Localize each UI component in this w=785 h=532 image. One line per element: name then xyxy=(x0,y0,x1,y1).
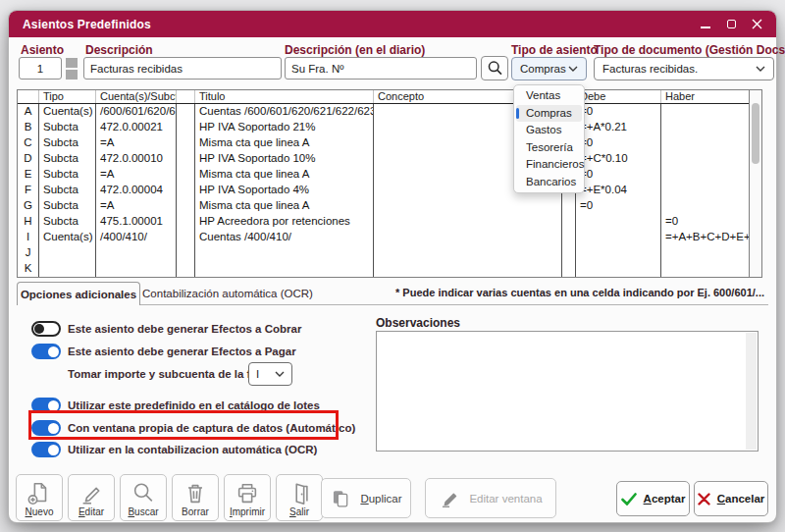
grid-row-b[interactable]: BSubcta472.0.00021HP IVA Soportado 21%=+… xyxy=(18,120,761,135)
tab-contabilizacion-ocr[interactable]: Contabilización automática (OCR) xyxy=(140,283,315,304)
editar-ventana-button[interactable]: Editar ventana xyxy=(425,478,556,518)
toggle-catalogo-lotes-label: Utilizar este predefinido en el catálogo… xyxy=(68,399,320,411)
cancelar-button[interactable]: Cancelar xyxy=(694,481,768,516)
asiento-spin-up[interactable] xyxy=(66,58,78,68)
tipo-documento-value: Facturas recibidas. xyxy=(602,63,698,75)
asiento-label: Asiento xyxy=(21,43,64,57)
printer-icon xyxy=(235,481,260,506)
grid-row-i[interactable]: ICuenta(s)/400/410/Cuentas /400/410/=+A+… xyxy=(18,230,761,245)
observaciones-box xyxy=(376,331,759,452)
toggle-ventana-captura[interactable] xyxy=(31,420,61,436)
exit-door-icon xyxy=(287,481,312,506)
toggle-contabilizacion-ocr[interactable] xyxy=(31,442,61,457)
borrar-button[interactable]: Borrar xyxy=(172,474,219,521)
entries-grid: Tipo Cuenta(s)/Subctas Titulo Concepto D… xyxy=(17,89,762,278)
toggle-efectos-pagar-label: Este asiento debe generar Efectos a Paga… xyxy=(68,346,296,357)
buscar-button[interactable]: Buscar xyxy=(120,474,167,521)
observaciones-label: Observaciones xyxy=(376,316,460,330)
salir-button[interactable]: Salir xyxy=(276,474,323,521)
tipo-asiento-dropdown: Ventas Compras Gastos Tesorería Financie… xyxy=(513,84,585,193)
fila-select[interactable]: I xyxy=(248,362,292,386)
grid-row-f[interactable]: FSubcta472.0.00004HP IVA Soportado 4%=+E… xyxy=(18,183,761,198)
tab-opciones-adicionales[interactable]: Opciones adicionales xyxy=(17,282,140,305)
grid-row-a[interactable]: ACuenta(s)/600/601/620/621Cuentas /600/6… xyxy=(18,104,761,120)
descripcion-label: Descripción xyxy=(85,43,153,57)
grid-scrollbar[interactable] xyxy=(749,90,761,277)
observaciones-scrollbar[interactable] xyxy=(746,333,757,450)
grid-header-cuenta: Cuenta(s)/Subctas xyxy=(96,90,177,103)
grid-row-c[interactable]: CSubcta=AMisma cta que linea A=0 xyxy=(18,135,761,151)
toggle-catalogo-lotes[interactable] xyxy=(31,398,61,413)
grid-header-haber: Haber xyxy=(661,90,750,103)
fila-value: I xyxy=(256,368,259,380)
asientos-predefinidos-dialog: Asientos Predefinidos Asiento 1 Descripc… xyxy=(8,10,777,523)
dropdown-item-gastos[interactable]: Gastos xyxy=(516,122,582,139)
descripcion-diario-input[interactable]: Su Fra. Nº xyxy=(285,57,477,80)
imprimir-button[interactable]: Imprimir xyxy=(224,474,271,521)
asiento-input[interactable]: 1 xyxy=(19,57,62,80)
grid-header-letter xyxy=(18,90,39,103)
pencil-icon xyxy=(78,481,104,506)
editar-button[interactable]: Editar xyxy=(68,474,115,521)
toggle-efectos-pagar[interactable] xyxy=(31,344,61,359)
dropdown-item-tesoreria[interactable]: Tesorería xyxy=(516,139,582,157)
grid-scrollbar-thumb[interactable] xyxy=(752,103,759,164)
dropdown-item-compras[interactable]: Compras xyxy=(516,105,582,123)
tipo-documento-select[interactable]: Facturas recibidas. xyxy=(594,57,774,80)
dropdown-item-bancarios[interactable]: Bancarios xyxy=(516,174,582,191)
trash-icon xyxy=(183,481,208,506)
toggle-efectos-cobrar[interactable] xyxy=(31,321,61,337)
tipo-asiento-select[interactable]: Compras xyxy=(511,57,587,80)
window-title: Asientos Predefinidos xyxy=(23,18,151,31)
minimize-icon xyxy=(701,27,710,28)
aceptar-button[interactable]: Aceptar xyxy=(616,481,690,516)
copy-icon xyxy=(330,488,351,509)
chevron-down-icon xyxy=(756,66,765,72)
toggle-efectos-cobrar-label: Este asiento debe generar Efectos a Cobr… xyxy=(68,323,301,335)
new-document-icon xyxy=(26,481,52,506)
x-icon xyxy=(698,493,710,505)
duplicar-button[interactable]: Duplicar xyxy=(321,478,411,518)
chevron-down-icon xyxy=(275,371,285,377)
grid-row-g[interactable]: GSubcta=AMisma cta que linea A=0 xyxy=(18,198,761,214)
maximize-icon xyxy=(727,20,736,28)
toggle-contabilizacion-ocr-label: Utilizar en la contabilizacion automátic… xyxy=(68,444,317,455)
maximize-button[interactable] xyxy=(725,19,737,30)
grid-row-h[interactable]: HSubcta475.1.00001HP Acreedora por reten… xyxy=(18,214,761,230)
asiento-spin-down[interactable] xyxy=(66,70,78,80)
search-button[interactable] xyxy=(481,56,508,80)
grid-header-tipo: Tipo xyxy=(39,90,96,103)
grid-header-titulo: Titulo xyxy=(195,90,374,103)
grid-row-e[interactable]: ESubcta=AMisma cta que linea A=0 xyxy=(18,167,761,183)
nuevo-button[interactable]: Nuevo xyxy=(16,474,63,521)
descripcion-diario-label: Descripción (en el diario) xyxy=(285,43,425,57)
minimize-button[interactable] xyxy=(700,19,711,30)
close-icon xyxy=(752,19,762,29)
dropdown-item-financieros[interactable]: Financieros xyxy=(516,156,582,174)
magnifier-icon xyxy=(131,481,156,506)
grid-row-k[interactable]: K xyxy=(18,261,761,277)
multi-account-note: * Puede indicar varias cuentas en una ce… xyxy=(395,287,764,298)
close-button[interactable] xyxy=(751,19,762,30)
grid-row-j[interactable]: J xyxy=(18,245,761,261)
chevron-down-icon xyxy=(568,66,578,72)
title-bar: Asientos Predefinidos xyxy=(9,11,776,37)
search-icon xyxy=(487,60,503,77)
grid-row-d[interactable]: DSubcta472.0.00010HP IVA Soportado 10%=+… xyxy=(18,151,761,167)
tipo-asiento-label: Tipo de asiento xyxy=(511,43,598,57)
fila-label: Tomar importe y subcuenta de la fila xyxy=(68,368,263,380)
tipo-asiento-value: Compras xyxy=(520,63,566,75)
observaciones-textarea[interactable] xyxy=(378,333,745,450)
toggle-ventana-captura-label: Con ventana propia de captura de datos (… xyxy=(68,422,355,434)
tipo-documento-label: Tipo de documento (Gestión Docs) xyxy=(594,43,785,57)
dropdown-item-ventas[interactable]: Ventas xyxy=(516,87,582,105)
pencil-icon xyxy=(439,488,460,509)
check-icon xyxy=(621,493,637,505)
descripcion-input[interactable]: Facturas recibidas xyxy=(83,57,282,80)
grid-header-row: Tipo Cuenta(s)/Subctas Titulo Concepto D… xyxy=(18,90,761,104)
grid-header-debe: Debe xyxy=(576,90,661,103)
